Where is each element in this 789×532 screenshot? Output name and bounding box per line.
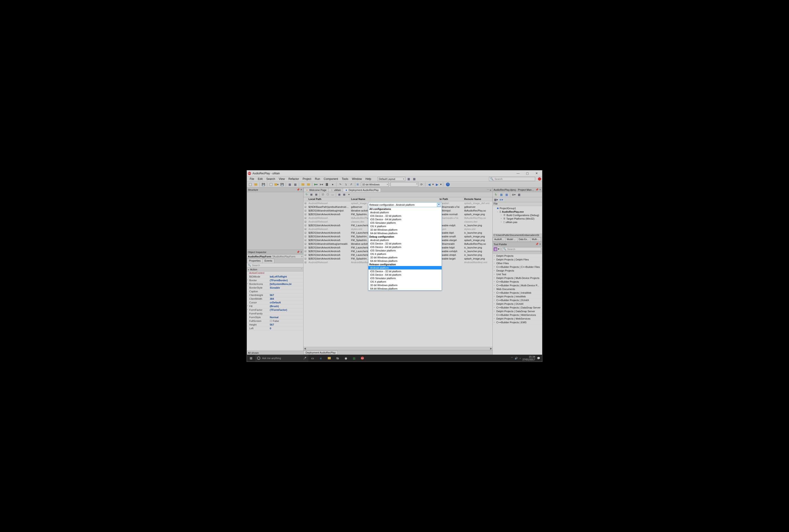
palette-category[interactable]: +C++Builder Projects | Multi-Device P... bbox=[493, 284, 542, 287]
dropdown-option[interactable]: OS X platform bbox=[369, 280, 442, 283]
save-all-icon[interactable]: 💾 bbox=[280, 182, 284, 187]
oi-property-row[interactable]: ClientHeight567 bbox=[247, 294, 303, 298]
pm-filter1-icon[interactable]: ▦▾ bbox=[493, 197, 498, 202]
dropdown-option[interactable]: 32-bit Windows platform bbox=[369, 283, 442, 287]
col-local-name[interactable]: Local Name bbox=[350, 197, 370, 201]
menu-file[interactable]: File bbox=[248, 177, 256, 181]
dropdown-option[interactable]: 32-bit Windows platform bbox=[369, 228, 442, 231]
dropdown-option[interactable]: iOS Device - 64 bit platform bbox=[369, 273, 442, 277]
col-remote-name[interactable]: Remote Name bbox=[463, 197, 492, 201]
menu-edit[interactable]: Edit bbox=[256, 177, 264, 181]
dropdown-option[interactable]: iOS Device - 32 bit platform bbox=[369, 214, 442, 217]
ctx-tab-dataex[interactable]: Data Ex... bbox=[517, 238, 530, 242]
dropdown-option[interactable]: Android platform bbox=[369, 211, 442, 214]
pm-refresh-icon[interactable]: ↻ bbox=[493, 192, 498, 197]
device-refresh-icon[interactable]: ⟳ bbox=[419, 182, 424, 187]
store-icon[interactable]: 🛍 bbox=[333, 355, 342, 362]
dropdown-option[interactable]: iOS Device - 32 bit platform bbox=[369, 242, 442, 245]
folder-add-icon[interactable] bbox=[300, 182, 305, 187]
action-center-icon[interactable]: 💬 bbox=[537, 357, 540, 360]
oi-property-row[interactable]: FormFamily bbox=[247, 312, 303, 316]
palette-categories-icon[interactable]: ▦ bbox=[493, 247, 497, 251]
menu-view[interactable]: View bbox=[277, 177, 287, 181]
tab-deployment[interactable]: ◆Deployment AudioRecPlay bbox=[343, 188, 381, 192]
chevron-down-icon[interactable]: ˅ bbox=[487, 189, 489, 192]
close-tab-icon[interactable]: ✕ bbox=[489, 189, 491, 192]
dropdown-option[interactable]: 64-bit Windows platform bbox=[369, 287, 442, 290]
edge-icon[interactable]: e bbox=[317, 355, 325, 362]
oi-tab-events[interactable]: Events bbox=[262, 259, 275, 263]
tray-chevron-icon[interactable]: ˄ bbox=[511, 357, 513, 360]
ctx-tab-audior[interactable]: AudioR... bbox=[493, 238, 505, 242]
palette-category[interactable]: +Web Documents bbox=[493, 287, 542, 291]
menu-tools[interactable]: Tools bbox=[340, 177, 350, 181]
close-button[interactable]: ✕ bbox=[532, 170, 541, 176]
dropdown-option[interactable]: iOS Simulator platform bbox=[369, 221, 442, 225]
menu-run[interactable]: Run bbox=[313, 177, 322, 181]
menu-refactor[interactable]: Refactor bbox=[287, 177, 301, 181]
dropdown-option[interactable]: iOS Device - 64 bit platform bbox=[369, 245, 442, 249]
dropdown-option[interactable]: Android platform bbox=[369, 266, 442, 269]
close-panel-icon[interactable]: ✕ bbox=[300, 250, 302, 253]
config-dropdown[interactable]: Release configuration - Android platform… bbox=[368, 202, 442, 290]
deploy-uncheckall-icon[interactable]: ☐ bbox=[326, 193, 330, 197]
col-remote-path[interactable]: te Path bbox=[438, 197, 463, 201]
oi-property-row[interactable]: +FormFactor(TFormFactor) bbox=[247, 308, 303, 312]
step-out-icon[interactable]: ↱ bbox=[349, 182, 354, 187]
deploy-checkall-icon[interactable]: ☑ bbox=[321, 193, 325, 197]
oi-property-row[interactable]: FullScreen☐ False bbox=[247, 320, 303, 323]
palette-search-input[interactable]: 🔍 Search bbox=[502, 247, 541, 251]
platform-selector[interactable]: 32-bit Windows bbox=[361, 182, 389, 187]
palette-category[interactable]: +Delphi Projects | Delphi Files bbox=[493, 258, 542, 261]
deploy-col1-icon[interactable]: ▦ bbox=[337, 193, 341, 197]
close-panel-icon[interactable]: ✕ bbox=[300, 188, 302, 191]
deploy-remove-icon[interactable]: ▦ bbox=[314, 193, 318, 197]
pin-icon[interactable]: 📌 bbox=[536, 243, 539, 246]
start-button[interactable]: ⊞ bbox=[247, 355, 255, 362]
stop-button[interactable]: ■ bbox=[330, 182, 335, 187]
deploy-add-icon[interactable]: ▦ bbox=[309, 193, 314, 197]
palette-category[interactable]: +C++Builder Projects bbox=[493, 280, 542, 284]
pause-button[interactable]: ▌▌ bbox=[325, 182, 330, 187]
rad-studio-icon[interactable]: RX bbox=[358, 355, 367, 362]
pm-btn2-icon[interactable]: ▦ bbox=[499, 192, 504, 197]
oi-property-row[interactable]: Height567 bbox=[247, 323, 303, 327]
help-button[interactable]: ? bbox=[446, 183, 450, 186]
menu-search[interactable]: Search bbox=[264, 177, 277, 181]
palette-category[interactable]: +C++Builder Projects | EMS bbox=[493, 321, 542, 324]
oi-category-header[interactable]: » Action ˄ bbox=[247, 267, 303, 271]
horizontal-scrollbar[interactable]: ◀▶ bbox=[303, 347, 492, 350]
palette-category[interactable]: +Delphi Projects | Multi-Device Projects bbox=[493, 276, 542, 280]
pm-view-icon[interactable]: ▦ bbox=[517, 192, 521, 197]
pm-tree-node[interactable]: +▯uMain.pas bbox=[493, 220, 542, 224]
pm-tree-node[interactable]: +≣Target Platforms (Win32) bbox=[493, 217, 542, 220]
palette-category[interactable]: +Other Files bbox=[493, 261, 542, 265]
step-over-icon[interactable]: ↷ bbox=[338, 182, 342, 187]
close-panel-icon[interactable]: ✕ bbox=[539, 188, 541, 191]
explorer-icon[interactable] bbox=[325, 355, 333, 362]
palette-category[interactable]: +Design Projects bbox=[493, 269, 542, 272]
dropdown-option[interactable]: iOS Device - 32 bit platform bbox=[369, 269, 442, 273]
ctx-tab-model[interactable]: Model ... bbox=[505, 238, 517, 242]
oi-property-row[interactable]: +Fill(Brush) bbox=[247, 305, 303, 308]
bottom-tab-deployment[interactable]: Deployment AudioRecPlay bbox=[303, 350, 338, 355]
tab-umain[interactable]: ▯uMain bbox=[328, 188, 343, 192]
excel-icon[interactable]: ▦ bbox=[350, 355, 358, 362]
ctx-tab-multi[interactable]: Multi-... bbox=[530, 238, 541, 242]
dropdown-option[interactable]: 32-bit Windows platform bbox=[369, 255, 442, 259]
volume-icon[interactable]: 🔊 bbox=[514, 357, 518, 360]
palette-category[interactable]: +Delphi Projects | WebServices bbox=[493, 317, 542, 321]
oi-property-row[interactable]: +BorderIcons[biSystemMenu,bi bbox=[247, 283, 303, 286]
dropdown-option[interactable]: iOS Device - 64 bit platform bbox=[369, 217, 442, 221]
deploy-clean-icon[interactable]: — bbox=[331, 193, 335, 197]
col-local-path[interactable]: Local Path bbox=[308, 197, 350, 201]
nav-forward-button[interactable]: ▶ bbox=[435, 182, 439, 187]
oi-property-row[interactable]: ActiveControl bbox=[247, 271, 303, 275]
palette-category[interactable]: +Delphi Projects | IntraWeb bbox=[493, 294, 542, 298]
tab-welcome[interactable]: ●Welcome Page bbox=[303, 188, 328, 192]
minimize-button[interactable]: — bbox=[513, 170, 523, 176]
dropdown-option[interactable]: 64-bit Windows platform bbox=[369, 231, 442, 235]
deploy-down-icon[interactable]: ▾ bbox=[347, 193, 351, 197]
pm-tree-node[interactable]: –▯AudioRecPlay.exe bbox=[493, 210, 542, 213]
open-items-icon[interactable]: ▾ bbox=[274, 182, 279, 187]
